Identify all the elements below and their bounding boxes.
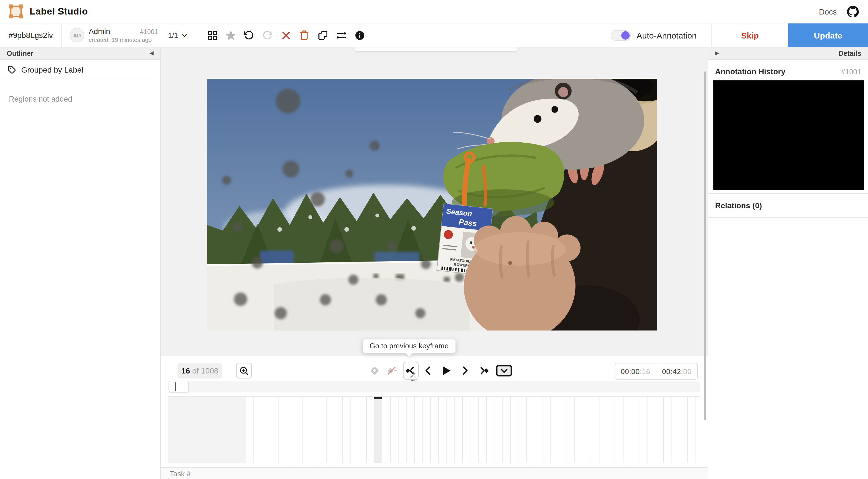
- redo-button[interactable]: [261, 28, 274, 42]
- annotation-card[interactable]: AD Admin #1001 created, 19 minutes ago: [62, 24, 158, 47]
- timeline-tick[interactable]: [246, 397, 254, 463]
- timeline-tick[interactable]: [607, 397, 615, 463]
- timeline-tick[interactable]: [350, 397, 358, 463]
- collapse-timeline-button[interactable]: [496, 364, 513, 377]
- vertical-scrollbar[interactable]: [704, 71, 706, 420]
- timeline-ticks[interactable]: [246, 397, 701, 463]
- timeline-tick[interactable]: [502, 397, 510, 463]
- timeline-tick[interactable]: [639, 397, 647, 463]
- auto-annotation-toggle[interactable]: [611, 30, 631, 40]
- timeline-tick[interactable]: [583, 397, 591, 463]
- annotator-info: Admin #1001 created, 19 minutes ago: [89, 27, 158, 43]
- timeline-tick[interactable]: [446, 397, 454, 463]
- timeline-tick[interactable]: [430, 397, 438, 463]
- undo-button[interactable]: [242, 28, 256, 42]
- timeline-tick[interactable]: [526, 397, 534, 463]
- timeline-tick[interactable]: [663, 397, 671, 463]
- timeline-tick[interactable]: [414, 397, 422, 463]
- timeline-tick[interactable]: [462, 397, 470, 463]
- label-studio-logo[interactable]: [9, 4, 23, 19]
- timeline-tick[interactable]: [551, 397, 559, 463]
- remove-keyframe-button[interactable]: [386, 365, 399, 376]
- frames-timeline[interactable]: [168, 396, 701, 463]
- redo-icon: [262, 30, 272, 40]
- timeline-tick[interactable]: [334, 397, 342, 463]
- timeline-tick[interactable]: [655, 397, 663, 463]
- timeline-tick[interactable]: [278, 397, 286, 463]
- settings-button[interactable]: [334, 28, 348, 42]
- timeline-tick[interactable]: [382, 397, 390, 463]
- frame-counter[interactable]: 16 of 1008: [178, 363, 222, 379]
- timeline-tick[interactable]: [510, 397, 519, 463]
- timeline-tick[interactable]: [631, 397, 639, 463]
- timeline-tick[interactable]: [270, 397, 278, 463]
- delete-button[interactable]: [298, 28, 311, 42]
- timeline-tick[interactable]: [494, 397, 502, 463]
- timeline-tick[interactable]: [695, 397, 701, 463]
- timeline-tick[interactable]: [591, 397, 599, 463]
- add-keyframe-button[interactable]: [369, 365, 380, 376]
- info-button[interactable]: [353, 28, 366, 42]
- play-icon: [440, 364, 452, 377]
- timeline-tick[interactable]: [478, 397, 487, 463]
- timeline-tick[interactable]: [534, 397, 542, 463]
- collapse-left-icon[interactable]: ◀: [150, 51, 154, 56]
- timeline-tick[interactable]: [406, 397, 414, 463]
- video-frame[interactable]: Season Pass RATATOUILLE BOWERS: [207, 79, 657, 330]
- timeline-tick[interactable]: [438, 397, 446, 463]
- timeline-tick[interactable]: [302, 397, 310, 463]
- github-icon[interactable]: [847, 5, 859, 18]
- timeline-tick[interactable]: [390, 397, 398, 463]
- timeline-tick[interactable]: [262, 397, 270, 463]
- skip-button[interactable]: Skip: [711, 24, 788, 47]
- timeline-tick[interactable]: [366, 397, 374, 463]
- prev-frame-button[interactable]: [423, 365, 433, 376]
- timeline-tick[interactable]: [318, 397, 326, 463]
- seek-track[interactable]: [168, 381, 700, 392]
- annotation-history-id: #1001: [841, 67, 861, 76]
- timeline-tick[interactable]: [519, 397, 527, 463]
- relations-title: Relations (0): [708, 194, 868, 218]
- timeline-tick[interactable]: [566, 397, 575, 463]
- collapse-right-icon[interactable]: ▶: [715, 51, 719, 56]
- timeline-tick[interactable]: [358, 397, 366, 463]
- timeline-tick[interactable]: [558, 397, 566, 463]
- details-header: ▶ Details: [708, 48, 868, 60]
- timeline-tick[interactable]: [687, 397, 695, 463]
- next-frame-button[interactable]: [460, 365, 470, 376]
- docs-link[interactable]: Docs: [819, 7, 837, 16]
- timeline-tick[interactable]: [679, 397, 687, 463]
- timeline-tick-current[interactable]: [374, 397, 382, 463]
- timeline-tick[interactable]: [615, 397, 623, 463]
- copy-annotation-button[interactable]: [316, 28, 329, 42]
- timeline-tick[interactable]: [286, 397, 294, 463]
- grid-view-button[interactable]: [206, 28, 219, 42]
- timeline-tick[interactable]: [454, 397, 462, 463]
- timeline-tick[interactable]: [671, 397, 679, 463]
- timeline-tick[interactable]: [470, 397, 478, 463]
- play-button[interactable]: [440, 364, 452, 377]
- timeline-tick[interactable]: [310, 397, 318, 463]
- app-header: Label Studio Docs: [0, 0, 868, 24]
- timeline-tick[interactable]: [623, 397, 631, 463]
- timeline-tick[interactable]: [599, 397, 607, 463]
- timeline-tick[interactable]: [294, 397, 302, 463]
- reset-button[interactable]: [279, 28, 292, 42]
- next-keyframe-button[interactable]: [477, 364, 490, 377]
- timeline-tick[interactable]: [422, 397, 430, 463]
- timeline-tick[interactable]: [398, 397, 406, 463]
- ground-truth-star-button[interactable]: [224, 28, 237, 42]
- timeline-tick[interactable]: [542, 397, 551, 463]
- group-by-label-button[interactable]: Grouped by Label: [0, 60, 160, 80]
- zoom-in-button[interactable]: [236, 363, 252, 379]
- timeline-tick[interactable]: [326, 397, 334, 463]
- timeline-tick[interactable]: [342, 397, 350, 463]
- update-button[interactable]: Update: [788, 24, 868, 47]
- annotations-pager[interactable]: 1/1: [158, 24, 193, 47]
- time-display[interactable]: 00:00:16 00:42:00: [615, 363, 698, 380]
- timeline-tick[interactable]: [575, 397, 583, 463]
- timeline-tick[interactable]: [647, 397, 655, 463]
- seek-viewport-handle[interactable]: [168, 381, 189, 392]
- timeline-tick[interactable]: [487, 397, 495, 463]
- timeline-tick[interactable]: [254, 397, 262, 463]
